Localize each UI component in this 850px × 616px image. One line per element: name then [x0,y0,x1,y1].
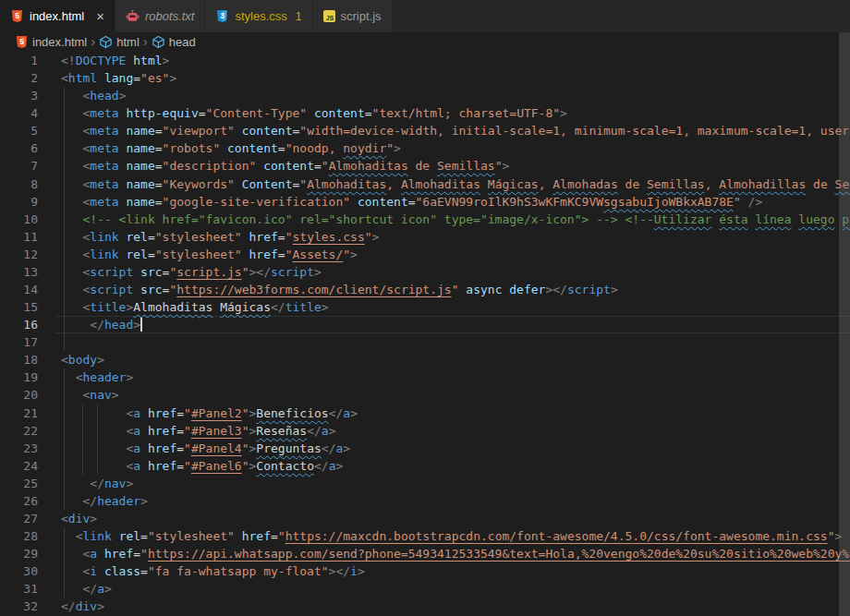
line-number: 27 [0,510,38,527]
svg-text:5: 5 [15,11,19,20]
code-line-14[interactable]: 14 <script src="https://web3forms.com/cl… [0,281,850,298]
code-text: <meta name="google-site-verification" co… [61,193,762,211]
code-line-13[interactable]: 13 <script src="script.js"></script> [0,263,850,281]
code-line-3[interactable]: 3 <head> [0,87,850,104]
code-line-29[interactable]: 29 <a href="https://api.whatsapp.com/sen… [0,545,850,562]
tab-label: robots.txt [145,9,194,23]
code-line-30[interactable]: 30 <i class="fa fa-whatsapp my-float"></… [0,562,850,580]
line-number: 9 [0,193,38,211]
close-icon[interactable]: × [96,9,104,23]
tab-script-js[interactable]: JSscript.js [313,0,393,32]
js-icon: JS [323,10,335,22]
code-line-20[interactable]: 20 <nav> [0,386,850,404]
line-number: 12 [0,246,38,263]
tab-problems-badge: 1 [296,10,302,23]
code-line-26[interactable]: 26 </header> [0,492,850,510]
css3-icon: 3 [215,9,229,23]
code-line-22[interactable]: 22 <a href="#Panel3">Reseñas</a> [0,422,850,440]
code-line-16[interactable]: 16 </head> [0,316,850,333]
line-number: 22 [0,422,38,440]
breadcrumb-item-head[interactable]: head [152,35,196,49]
code-text: <!DOCTYPE html> [61,52,169,69]
code-line-15[interactable]: 15 <title>Almohaditas Mágicas</title> [0,298,850,316]
code-line-31[interactable]: 31 </a> [0,580,850,598]
code-line-6[interactable]: 6 <meta name="robots" content="noodp, no… [0,139,850,157]
code-text: </div> [61,598,104,615]
code-line-24[interactable]: 24 <a href="#Panel6">Contacto</a> [0,457,850,475]
code-line-21[interactable]: 21 <a href="#Panel2">Beneficios</a> [0,405,850,422]
tab-robots-txt[interactable]: robots.txt [115,0,205,32]
tab-index-html[interactable]: 5index.html× [0,0,115,32]
code-line-28[interactable]: 28 <link rel="stylesheet" href="https://… [0,527,850,545]
line-number: 23 [0,440,38,457]
code-line-23[interactable]: 23 <a href="#Panel4">Preguntas</a> [0,440,850,457]
code-line-12[interactable]: 12 <link rel="stylesheet" href="Assets/"… [0,246,850,263]
indent-guide [64,333,65,351]
code-editor[interactable]: 1<!DOCTYPE html>2<html lang="es">3 <head… [0,52,850,616]
line-number: 13 [0,263,38,281]
line-number: 3 [0,87,38,104]
code-line-27[interactable]: 27<div> [0,510,850,527]
line-number: 25 [0,475,38,492]
scrollbar-thumb[interactable] [839,32,850,616]
code-text: <a href="#Panel2">Beneficios</a> [61,405,358,422]
code-text: <meta name="robots" content="noodp, noyd… [61,139,401,157]
code-line-32[interactable]: 32</div> [0,598,850,615]
code-text: <a href="#Panel6">Contacto</a> [61,457,343,475]
code-text: <link rel="stylesheet" href="styles.css"… [61,228,379,246]
code-line-8[interactable]: 8 <meta name="Keywords" Content="Almohad… [0,175,850,193]
code-text: <meta name="description" content="Almoha… [61,157,509,175]
breadcrumb-item-index-html[interactable]: 5index.html [15,35,87,49]
code-line-25[interactable]: 25 </nav> [0,475,850,492]
tab-label: index.html [30,9,84,23]
line-number: 11 [0,228,38,246]
code-text: <link rel="stylesheet" href="Assets/"> [61,246,358,263]
line-number: 4 [0,104,38,122]
code-text: <!-- <link href="favicon.ico" rel="short… [61,211,850,228]
code-text: <script src="https://web3forms.com/clien… [61,281,618,298]
line-number: 18 [0,351,38,368]
line-number: 19 [0,368,38,386]
code-line-2[interactable]: 2<html lang="es"> [0,69,850,87]
code-text: <link rel="stylesheet" href="https://max… [61,527,842,545]
code-text: <body> [61,351,104,368]
code-line-18[interactable]: 18<body> [0,351,850,368]
breadcrumb-item-html[interactable]: html [99,35,140,49]
code-text: <head> [61,87,126,104]
text-cursor [140,318,142,332]
line-number: 16 [0,316,38,333]
tab-label: styles.css [235,9,286,23]
line-number: 14 [0,281,38,298]
code-text: <a href="https://api.whatsapp.com/send?p… [61,545,850,562]
code-text: <div> [61,510,97,527]
symbol-element-icon [152,35,165,49]
code-line-7[interactable]: 7 <meta name="description" content="Almo… [0,157,850,175]
code-line-5[interactable]: 5 <meta name="viewport" content="width=d… [0,122,850,139]
code-line-1[interactable]: 1<!DOCTYPE html> [0,52,850,69]
line-number: 17 [0,333,38,351]
chevron-right-icon: › [91,33,95,49]
line-number: 32 [0,598,38,615]
line-number: 26 [0,492,38,510]
line-number: 24 [0,457,38,475]
line-number: 21 [0,405,38,422]
code-text: <a href="#Panel4">Preguntas</a> [61,440,350,457]
code-line-11[interactable]: 11 <link rel="stylesheet" href="styles.c… [0,228,850,246]
tab-bar: 5index.html×robots.txt3styles.css1JSscri… [0,0,850,32]
tab-styles-css[interactable]: 3styles.css1 [205,0,312,32]
code-line-17[interactable]: 17 [0,333,850,351]
line-number: 30 [0,562,38,580]
js-logo: JS [323,10,335,22]
line-number: 6 [0,139,38,157]
line-number: 8 [0,175,38,193]
code-text: </header> [61,492,148,510]
code-text: <header> [61,368,133,386]
code-line-19[interactable]: 19 <header> [0,368,850,386]
code-text: <script src="script.js"></script> [61,263,322,281]
code-text: <nav> [61,386,119,404]
line-number: 7 [0,157,38,175]
html5-icon: 5 [10,9,24,23]
code-line-9[interactable]: 9 <meta name="google-site-verification" … [0,193,850,211]
code-line-10[interactable]: 10 <!-- <link href="favicon.ico" rel="sh… [0,211,850,228]
code-line-4[interactable]: 4 <meta http-equiv="Content-Type" conten… [0,104,850,122]
